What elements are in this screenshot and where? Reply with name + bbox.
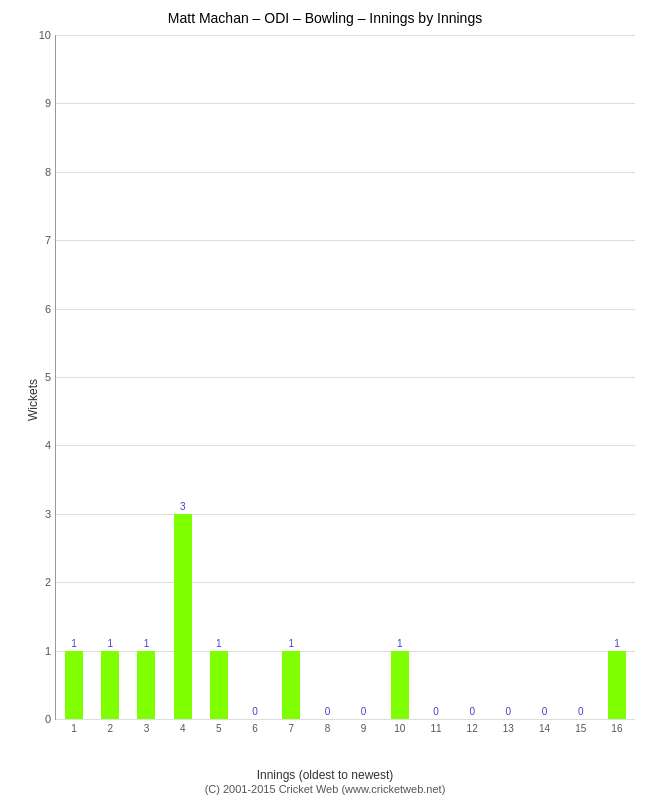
footer: (C) 2001-2015 Cricket Web (www.cricketwe… <box>0 783 650 795</box>
y-axis-title: Wickets <box>26 379 40 421</box>
x-tick-label: 8 <box>325 723 331 734</box>
bar-value-label: 1 <box>607 638 627 649</box>
bar <box>137 651 155 719</box>
bar-value-label: 1 <box>281 638 301 649</box>
y-tick-label: 4 <box>26 439 51 451</box>
bar-value-label: 1 <box>64 638 84 649</box>
y-tick-label: 1 <box>26 645 51 657</box>
grid-line <box>56 582 635 583</box>
x-tick-label: 14 <box>539 723 550 734</box>
bar-value-label: 0 <box>462 706 482 717</box>
bar-value-label: 3 <box>173 501 193 512</box>
x-axis-title: Innings (oldest to newest) <box>0 768 650 782</box>
x-tick-label: 12 <box>467 723 478 734</box>
y-tick-label: 3 <box>26 508 51 520</box>
bar-value-label: 1 <box>209 638 229 649</box>
bar <box>608 651 626 719</box>
grid-line <box>56 309 635 310</box>
x-tick-label: 1 <box>71 723 77 734</box>
bar-value-label: 1 <box>390 638 410 649</box>
chart-container: Matt Machan – ODI – Bowling – Innings by… <box>0 0 650 800</box>
bar-value-label: 0 <box>571 706 591 717</box>
y-tick-label: 7 <box>26 234 51 246</box>
grid-line <box>56 514 635 515</box>
y-tick-label: 5 <box>26 371 51 383</box>
bar <box>65 651 83 719</box>
grid-line <box>56 103 635 104</box>
y-tick-label: 2 <box>26 576 51 588</box>
bar-value-label: 0 <box>354 706 374 717</box>
grid-line <box>56 719 635 720</box>
grid-line <box>56 377 635 378</box>
x-tick-label: 6 <box>252 723 258 734</box>
grid-line <box>56 172 635 173</box>
bar-value-label: 1 <box>136 638 156 649</box>
bar-value-label: 1 <box>100 638 120 649</box>
y-tick-label: 0 <box>26 713 51 725</box>
x-tick-label: 15 <box>575 723 586 734</box>
x-tick-label: 5 <box>216 723 222 734</box>
bar <box>210 651 228 719</box>
chart-title: Matt Machan – ODI – Bowling – Innings by… <box>0 0 650 31</box>
bar-value-label: 0 <box>317 706 337 717</box>
y-tick-label: 8 <box>26 166 51 178</box>
bar-value-label: 0 <box>245 706 265 717</box>
grid-line <box>56 445 635 446</box>
x-tick-label: 4 <box>180 723 186 734</box>
bar <box>101 651 119 719</box>
x-tick-label: 9 <box>361 723 367 734</box>
x-tick-label: 11 <box>430 723 441 734</box>
bar <box>174 514 192 719</box>
bar <box>391 651 409 719</box>
bar-value-label: 0 <box>426 706 446 717</box>
bar-value-label: 0 <box>498 706 518 717</box>
bar-value-label: 0 <box>535 706 555 717</box>
x-tick-label: 7 <box>288 723 294 734</box>
x-tick-label: 13 <box>503 723 514 734</box>
x-tick-label: 2 <box>108 723 114 734</box>
y-tick-label: 9 <box>26 97 51 109</box>
grid-line <box>56 240 635 241</box>
x-tick-label: 10 <box>394 723 405 734</box>
bar <box>282 651 300 719</box>
x-tick-label: 16 <box>611 723 622 734</box>
y-tick-label: 10 <box>26 29 51 41</box>
y-tick-label: 6 <box>26 303 51 315</box>
chart-area: 0123456789101112133415061708091100110120… <box>55 35 635 720</box>
x-tick-label: 3 <box>144 723 150 734</box>
grid-line <box>56 35 635 36</box>
